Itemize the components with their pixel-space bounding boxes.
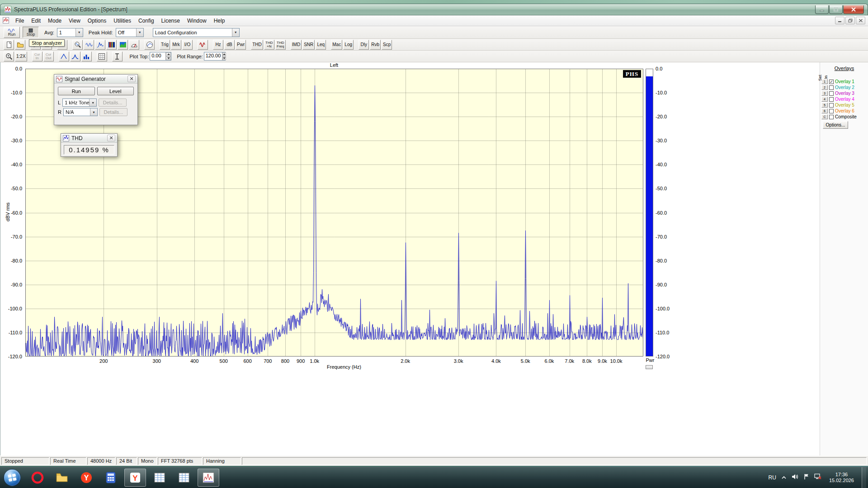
generator-run-button[interactable]: Run	[58, 87, 95, 95]
overlay-on-checkbox-3[interactable]	[829, 91, 834, 96]
cursor-out-button[interactable]: Cur Out	[43, 52, 54, 61]
menu-options[interactable]: Options	[84, 16, 110, 26]
title-bar[interactable]: SpectraPLUS Professional Edition - [Spec…	[0, 4, 868, 15]
overlay-set-button-3[interactable]: 3	[821, 91, 828, 96]
avg-select[interactable]: 1▼	[57, 28, 83, 37]
overlay-set-button-5[interactable]: 5	[821, 103, 828, 108]
language-indicator[interactable]: RU	[769, 474, 776, 481]
menu-config[interactable]: Config	[135, 16, 158, 26]
menu-help[interactable]: Help	[210, 16, 229, 26]
right-signal-select[interactable]: N/A▼	[63, 108, 98, 116]
table-app-icon-2[interactable]	[173, 469, 195, 487]
spin-up-icon[interactable]	[222, 52, 226, 56]
run-button[interactable]: Run	[4, 27, 20, 38]
opera-icon[interactable]	[27, 469, 48, 487]
new-file-button[interactable]	[4, 40, 14, 50]
left-details-button[interactable]: Details...	[99, 99, 127, 107]
menu-mode[interactable]: Mode	[44, 16, 65, 26]
overlay-set-button-2[interactable]: 2	[821, 85, 828, 90]
overlay-on-checkbox-6[interactable]	[829, 109, 834, 113]
menu-view[interactable]: View	[65, 16, 84, 26]
io-button[interactable]: I/O	[182, 40, 193, 50]
mdi-close-button[interactable]	[856, 17, 865, 24]
hz-button[interactable]: Hz	[213, 40, 223, 50]
macro-button[interactable]: Mac	[331, 40, 342, 50]
overlay-on-checkbox-5[interactable]	[829, 103, 834, 108]
overlay-set-button-1[interactable]: 1	[821, 79, 828, 84]
volume-icon[interactable]	[792, 474, 799, 482]
signal-generator-titlebar[interactable]: Signal Generator ✕	[54, 75, 137, 84]
start-button[interactable]	[4, 469, 21, 486]
overlay-set-button-c[interactable]: C	[821, 114, 828, 119]
thd-close-button[interactable]: ✕	[107, 135, 115, 141]
peak-marker-button[interactable]	[59, 52, 69, 61]
db-button[interactable]: dB	[224, 40, 235, 50]
spin-up-icon[interactable]	[166, 52, 171, 56]
signal-generator-button[interactable]	[198, 40, 208, 50]
leq-button[interactable]: Leq	[316, 40, 326, 50]
overlay-set-button-6[interactable]: 6	[821, 108, 828, 113]
zoom-signal-button[interactable]	[72, 40, 83, 50]
tray-chevron-icon[interactable]	[781, 474, 787, 482]
totals-button[interactable]	[112, 52, 123, 61]
grid-toggle-button[interactable]	[97, 52, 107, 61]
load-configuration-select[interactable]: Load Configuration▼	[153, 28, 240, 37]
imd-button[interactable]: IMD	[291, 40, 302, 50]
table-app-icon[interactable]	[149, 469, 170, 487]
menu-file[interactable]: File	[12, 16, 28, 26]
yandex-app-icon[interactable]: Y	[124, 469, 146, 487]
spectrogram-view-button[interactable]	[106, 40, 117, 50]
notification-flag-icon[interactable]	[804, 474, 809, 482]
yandex-browser-icon[interactable]: Y	[75, 469, 97, 487]
spectraplus-taskbar-icon[interactable]	[198, 469, 219, 487]
power-scale-handle[interactable]	[646, 365, 653, 369]
plot-range-input[interactable]: 120.00	[204, 52, 226, 61]
cursor-in-button[interactable]: Cur In	[32, 52, 42, 61]
time-series-button[interactable]	[84, 40, 94, 50]
meter-view-button[interactable]	[129, 40, 139, 50]
mdi-restore-button[interactable]	[845, 17, 855, 24]
thd-titlebar[interactable]: THD ✕	[61, 134, 117, 143]
snr-button[interactable]: SNR	[302, 40, 315, 50]
stop-button[interactable]: Stop	[23, 27, 39, 38]
overlay-on-checkbox-4[interactable]	[829, 97, 834, 102]
signal-generator-close-button[interactable]: ✕	[127, 75, 136, 82]
menu-edit[interactable]: Edit	[28, 16, 44, 26]
phase-view-button[interactable]	[144, 40, 155, 50]
peak-hold-select[interactable]: Off▼	[116, 28, 144, 37]
spin-down-icon[interactable]	[166, 56, 171, 61]
spin-down-icon[interactable]	[222, 56, 226, 61]
calculator-icon[interactable]	[100, 469, 122, 487]
explorer-folder-icon[interactable]	[51, 469, 73, 487]
zoom-2x-button[interactable]: 1:2X	[15, 52, 27, 61]
left-signal-select[interactable]: 1 kHz Tone▼	[62, 99, 97, 107]
clock[interactable]: 17:36 15.02.2026	[826, 472, 857, 483]
delay-button[interactable]: Dly	[359, 40, 369, 50]
close-button[interactable]	[843, 5, 864, 14]
open-file-button[interactable]	[15, 40, 25, 50]
mdi-minimize-button[interactable]	[835, 17, 844, 24]
plot-top-input[interactable]: 0.00	[150, 52, 171, 61]
marker-button[interactable]: Mrk	[171, 40, 181, 50]
maximize-button[interactable]	[829, 5, 843, 14]
pwr-button[interactable]: Pwr	[236, 40, 246, 50]
surface-view-button[interactable]	[118, 40, 128, 50]
overlays-options-button[interactable]: Options...	[823, 121, 848, 129]
zoom-button[interactable]	[4, 52, 14, 61]
minimize-button[interactable]	[815, 5, 829, 14]
overlay-set-button-4[interactable]: 4	[821, 97, 828, 102]
reverb-button[interactable]: Rvb	[370, 40, 381, 50]
thd-button[interactable]: THD	[251, 40, 263, 50]
thd-n-button[interactable]: THD +N	[264, 40, 274, 50]
log-button[interactable]: Log	[343, 40, 354, 50]
generator-level-button[interactable]: Level	[97, 87, 134, 95]
right-details-button[interactable]: Details...	[99, 108, 127, 116]
overlay-on-checkbox-c[interactable]	[829, 115, 834, 119]
spectrum-view-button[interactable]	[95, 40, 105, 50]
network-status-icon[interactable]	[814, 474, 821, 482]
menu-window[interactable]: Window	[184, 16, 210, 26]
scope-button[interactable]: Scp	[382, 40, 392, 50]
menu-utilities[interactable]: Utilities	[110, 16, 135, 26]
menu-license[interactable]: License	[158, 16, 184, 26]
show-desktop-button[interactable]	[862, 467, 866, 488]
